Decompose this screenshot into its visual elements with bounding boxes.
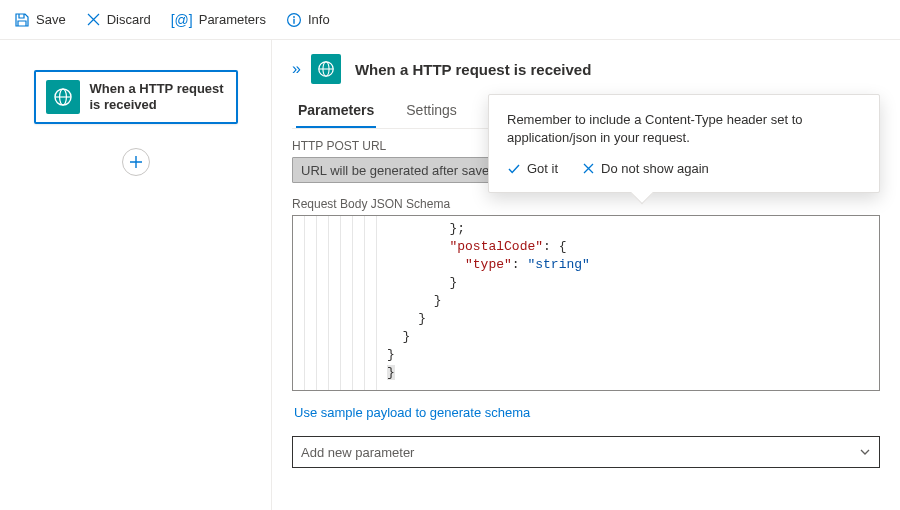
save-icon — [14, 12, 30, 28]
do-not-show-again-label: Do not show again — [601, 161, 709, 176]
info-callout: Remember to include a Content-Type heade… — [488, 94, 880, 193]
callout-actions: Got it Do not show again — [507, 161, 861, 176]
code-gutters — [293, 216, 377, 390]
tab-parameters[interactable]: Parameters — [296, 94, 376, 128]
designer-canvas: When a HTTP request is received — [0, 40, 272, 510]
svg-point-1 — [293, 16, 295, 18]
discard-button[interactable]: Discard — [86, 12, 151, 27]
info-icon — [286, 12, 302, 28]
at-parameter-icon: [@] — [171, 12, 193, 28]
collapse-panel-button[interactable]: » — [292, 60, 297, 78]
got-it-label: Got it — [527, 161, 558, 176]
chevron-down-icon — [859, 446, 871, 458]
http-request-icon — [311, 54, 341, 84]
schema-code: }; "postalCode": { "type": "string" } } … — [387, 216, 879, 382]
check-icon — [507, 162, 521, 176]
discard-label: Discard — [107, 12, 151, 27]
got-it-button[interactable]: Got it — [507, 161, 558, 176]
close-icon — [582, 162, 595, 175]
parameters-label: Parameters — [199, 12, 266, 27]
details-panel: » When a HTTP request is received Parame… — [272, 40, 900, 510]
add-new-parameter-dropdown[interactable]: Add new parameter — [292, 436, 880, 468]
use-sample-payload-link[interactable]: Use sample payload to generate schema — [294, 405, 530, 420]
panel-title: When a HTTP request is received — [355, 61, 591, 78]
do-not-show-again-button[interactable]: Do not show again — [582, 161, 709, 176]
info-label: Info — [308, 12, 330, 27]
http-request-icon — [46, 80, 80, 114]
trigger-card[interactable]: When a HTTP request is received — [34, 70, 238, 124]
close-icon — [86, 12, 101, 27]
add-step-button[interactable] — [122, 148, 150, 176]
add-new-parameter-label: Add new parameter — [301, 445, 414, 460]
save-label: Save — [36, 12, 66, 27]
save-button[interactable]: Save — [14, 12, 66, 28]
callout-text: Remember to include a Content-Type heade… — [507, 111, 861, 147]
trigger-card-title: When a HTTP request is received — [90, 81, 226, 114]
parameters-button[interactable]: [@] Parameters — [171, 12, 266, 28]
command-bar: Save Discard [@] Parameters Info — [0, 0, 900, 40]
tab-settings[interactable]: Settings — [404, 94, 459, 128]
schema-label: Request Body JSON Schema — [292, 197, 880, 211]
workspace: When a HTTP request is received » When a… — [0, 40, 900, 510]
info-button[interactable]: Info — [286, 12, 330, 28]
svg-rect-2 — [293, 18, 294, 23]
schema-editor[interactable]: }; "postalCode": { "type": "string" } } … — [292, 215, 880, 391]
panel-header: » When a HTTP request is received — [292, 54, 880, 84]
